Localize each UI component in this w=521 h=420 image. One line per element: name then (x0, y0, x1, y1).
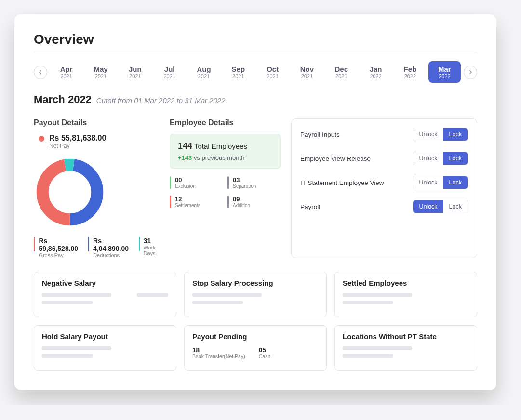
year-label: 2021 (155, 73, 184, 79)
employee-heading: Employee Details (170, 118, 281, 127)
month-item-apr-2021[interactable]: Apr2021 (50, 61, 82, 83)
lock-label: Employee View Release (300, 155, 371, 162)
month-item-dec-2021[interactable]: Dec2021 (325, 61, 358, 83)
month-item-sep-2021[interactable]: Sep2021 (222, 61, 254, 83)
settled-employees-card[interactable]: Settled Employees (334, 272, 477, 317)
unlock-button[interactable]: Unlock (413, 200, 443, 213)
month-item-feb-2022[interactable]: Feb2022 (394, 61, 426, 83)
payout-details-section: Payout Details Rs 55,81,638.00 Net Pay R… (34, 118, 159, 258)
month-label: Sep (224, 65, 253, 73)
employee-delta: +143 vs previous month (178, 154, 272, 161)
payout-stat: Rs 4,04,890.00Deductions (88, 237, 129, 258)
year-label: 2021 (258, 73, 287, 79)
month-navigator: Apr2021May2021Jun2021Jul2021Aug2021Sep20… (34, 61, 477, 83)
month-item-aug-2021[interactable]: Aug2021 (187, 61, 220, 83)
card-title: Stop Salary Processing (192, 279, 319, 287)
employee-delta-text: vs previous month (192, 154, 244, 161)
unlock-button[interactable]: Unlock (413, 152, 443, 165)
month-list: Apr2021May2021Jun2021Jul2021Aug2021Sep20… (50, 61, 461, 83)
negative-salary-card[interactable]: Negative Salary (34, 272, 176, 317)
employee-stat: 09Addition (227, 196, 281, 208)
hold-salary-card[interactable]: Hold Salary Payout (34, 325, 176, 371)
month-item-jan-2022[interactable]: Jan2022 (360, 61, 392, 83)
employee-breakdown: 00Exclusion03Separation12Settlements09Ad… (170, 176, 281, 208)
month-item-oct-2021[interactable]: Oct2021 (256, 61, 289, 83)
lock-button[interactable]: Lock (443, 176, 468, 189)
month-label: Dec (327, 65, 356, 73)
net-pay-dot-icon (39, 136, 44, 142)
month-label: Nov (293, 65, 321, 73)
month-item-nov-2021[interactable]: Nov2021 (291, 61, 323, 83)
month-item-mar-2022[interactable]: Mar2022 (428, 61, 461, 83)
lock-button[interactable]: Lock (443, 152, 468, 165)
month-item-jul-2021[interactable]: Jul2021 (153, 61, 186, 83)
lock-row: IT Statement Employee ViewUnlockLock (300, 176, 468, 189)
payout-pending-cash-val: 05 (259, 346, 271, 354)
employee-total-label: Total Employees (194, 142, 247, 150)
year-label: 2021 (121, 73, 149, 79)
payout-pending-cash-lbl: Cash (259, 354, 271, 359)
lock-button[interactable]: Lock (443, 200, 468, 213)
lock-label: Payroll (300, 203, 320, 210)
year-label: 2021 (327, 73, 356, 79)
card-title: Payout Pending (192, 332, 319, 341)
year-label: 2022 (430, 73, 459, 79)
employee-details-section: Employee Details 144 Total Employees +14… (170, 118, 281, 258)
card-title: Hold Salary Payout (42, 332, 168, 341)
lock-label: Payroll Inputs (300, 131, 340, 138)
year-label: 2021 (293, 73, 321, 79)
lock-button[interactable]: Lock (443, 128, 468, 141)
employee-total-box: 144 Total Employees +143 vs previous mon… (170, 134, 281, 169)
card-title: Negative Salary (42, 279, 168, 287)
lock-toggle: UnlockLock (413, 200, 468, 213)
payout-heading: Payout Details (34, 118, 159, 127)
month-label: Jan (361, 65, 390, 73)
payout-pending-card[interactable]: Payout Pending 18 Bank Transfer(Net Pay)… (184, 325, 327, 371)
month-label: Jul (155, 65, 184, 73)
period-row: March 2022 Cutoff from 01 Mar 2022 to 31… (34, 93, 477, 106)
lock-row: Payroll InputsUnlockLock (300, 128, 468, 141)
summary-cards-grid: Negative Salary Stop Salary Processing S… (34, 272, 477, 371)
lock-settings-panel: Payroll InputsUnlockLockEmployee View Re… (291, 118, 477, 258)
month-next-button[interactable] (464, 66, 477, 79)
payout-stat: Rs 59,86,528.00Gross Pay (34, 237, 79, 258)
payout-pending-bank-val: 18 (192, 346, 245, 354)
payout-stat: 31Work Days (139, 237, 159, 258)
month-prev-button[interactable] (34, 66, 47, 79)
payout-donut-chart (34, 156, 106, 228)
year-label: 2021 (224, 73, 253, 79)
net-pay-block: Rs 55,81,638.00 Net Pay (39, 134, 159, 149)
chevron-left-icon (38, 70, 43, 75)
month-label: Apr (52, 65, 80, 73)
lock-toggle: UnlockLock (413, 176, 468, 189)
net-pay-value: Rs 55,81,638.00 (49, 134, 106, 143)
card-title: Settled Employees (343, 279, 469, 287)
net-pay-label: Net Pay (49, 143, 106, 149)
employee-stat: 03Separation (227, 176, 281, 189)
month-item-may-2021[interactable]: May2021 (84, 61, 117, 83)
year-label: 2021 (52, 73, 80, 79)
chevron-right-icon (468, 70, 473, 75)
year-label: 2022 (396, 73, 424, 79)
employee-delta-value: +143 (178, 154, 192, 161)
employee-stat: 12Settlements (170, 196, 223, 208)
lock-label: IT Statement Employee View (300, 179, 384, 186)
stop-salary-card[interactable]: Stop Salary Processing (184, 272, 327, 317)
unlock-button[interactable]: Unlock (413, 176, 443, 189)
month-label: Aug (189, 65, 218, 73)
lock-row: Employee View ReleaseUnlockLock (300, 152, 468, 165)
payout-pending-bank-lbl: Bank Transfer(Net Pay) (192, 354, 245, 359)
unlock-button[interactable]: Unlock (413, 128, 443, 141)
lock-toggle: UnlockLock (413, 128, 468, 141)
period-title: March 2022 (34, 93, 92, 106)
year-label: 2021 (189, 73, 218, 79)
employee-stat: 00Exclusion (170, 176, 223, 189)
employee-total-number: 144 (178, 141, 192, 151)
card-title: Locations Without PT State (343, 332, 469, 341)
month-label: Feb (396, 65, 424, 73)
locations-pt-card[interactable]: Locations Without PT State (334, 325, 477, 371)
month-label: Mar (430, 65, 459, 73)
year-label: 2022 (361, 73, 390, 79)
year-label: 2021 (86, 73, 115, 79)
month-item-jun-2021[interactable]: Jun2021 (119, 61, 151, 83)
